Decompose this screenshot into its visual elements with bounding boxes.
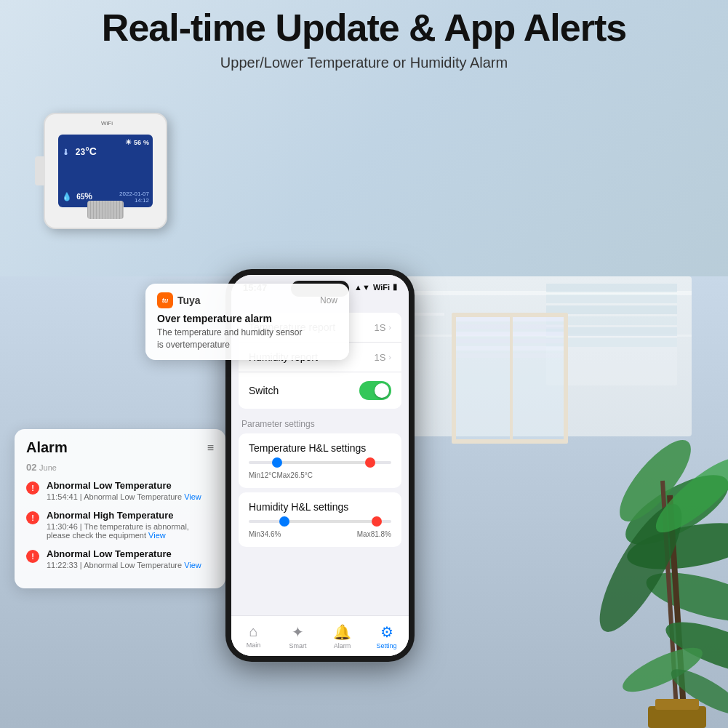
nav-smart[interactable]: ✦ Smart — [276, 623, 320, 649]
humidity-slider-labels: Min34.6% Max81.8% — [249, 530, 391, 538]
nav-alarm-label: Alarm — [334, 642, 351, 649]
notification-body: The temperature and humidity sensoris ov… — [157, 327, 337, 351]
switch-toggle[interactable] — [359, 381, 391, 400]
temp-settings-section: Temperature H&L settings Min12°CMax26.5°… — [239, 433, 401, 488]
svg-rect-12 — [655, 699, 699, 710]
humidity-report-value: 1S › — [374, 352, 391, 363]
notification-popup: tu Tuya Now Over temperature alarm The t… — [145, 284, 349, 360]
battery-icon: ▮ — [393, 282, 397, 292]
bottom-nav: ⌂ Main ✦ Smart 🔔 Alarm ⚙ Setting — [231, 615, 409, 656]
alarm-view-link[interactable]: View — [184, 492, 201, 501]
temp-min-label: Min12°CMax26.5°C — [249, 471, 313, 479]
switch-row[interactable]: Switch — [239, 372, 401, 409]
alarm-view-link[interactable]: View — [148, 531, 166, 540]
status-icons: ▲▼ WiFi ▮ — [354, 282, 397, 292]
param-settings-label: Parameter settings — [231, 409, 409, 433]
alarm-item: ! Abnormal High Temperature 11:30:46 | T… — [26, 510, 214, 540]
device-screen: 🌡 23°C 💧 65% ☀ 56% 2022-01- — [58, 135, 153, 207]
alarm-item-content: Abnormal Low Temperature 11:54:41 | Abno… — [47, 480, 201, 501]
sensor-device: WiFi 🌡 23°C 💧 65% — [44, 113, 167, 229]
alarm-icon: 🔔 — [333, 623, 351, 641]
header: Real-time Update & App Alerts Upper/Lowe… — [0, 7, 728, 71]
blind-slat — [546, 284, 677, 292]
tuya-logo-icon: tu — [157, 292, 173, 308]
wifi-icon: WiFi — [101, 120, 110, 126]
main-title: Real-time Update & App Alerts — [0, 7, 728, 49]
nav-alarm[interactable]: 🔔 Alarm — [320, 623, 364, 649]
temperature-report-value: 1S › — [374, 322, 391, 333]
nav-setting[interactable]: ⚙ Setting — [364, 623, 409, 649]
wifi-status-icon: WiFi — [373, 283, 390, 292]
temp-settings-title: Temperature H&L settings — [249, 442, 391, 454]
notification-app-name: Tuya — [177, 295, 201, 306]
nav-main-label: Main — [247, 641, 261, 649]
alarm-item-content: Abnormal Low Temperature 11:22:33 | Abno… — [47, 548, 201, 569]
sub-title: Upper/Lower Temperature or Humidity Alar… — [0, 55, 728, 71]
alarm-error-icon: ! — [26, 511, 39, 524]
alarm-item-detail: 11:22:33 | Abnormal Low Temperature View — [47, 561, 201, 569]
alarm-header: Alarm ≡ — [26, 439, 214, 456]
humidity-settings-section: Humidity H&L settings Min34.6% Max81.8% — [239, 492, 401, 547]
humidity-min-handle[interactable] — [279, 516, 289, 527]
blind-slat — [546, 295, 677, 303]
setting-icon: ⚙ — [380, 623, 393, 641]
alarm-filter-icon[interactable]: ≡ — [207, 441, 214, 455]
temp-max-handle[interactable] — [365, 457, 375, 468]
humidity-slider-fill — [284, 520, 377, 523]
notification-app: tu Tuya — [157, 292, 201, 308]
humidity-slider-track[interactable] — [249, 520, 391, 523]
chevron-right-icon: › — [388, 323, 391, 332]
alarm-item-detail: 11:30:46 | The temperature is abnormal,p… — [47, 522, 189, 540]
alarm-item: ! Abnormal Low Temperature 11:22:33 | Ab… — [26, 548, 214, 569]
device-body: WiFi 🌡 23°C 💧 65% — [44, 113, 167, 229]
plants-decoration — [401, 364, 728, 728]
chevron-right-icon: › — [388, 353, 391, 361]
humidity-report-val: 1S — [374, 352, 385, 363]
alarm-item-content: Abnormal High Temperature 11:30:46 | The… — [47, 510, 189, 540]
alarm-item-title: Abnormal High Temperature — [47, 510, 189, 521]
alarm-view-link[interactable]: View — [184, 561, 201, 569]
nav-main[interactable]: ⌂ Main — [231, 623, 276, 649]
temp-slider-track[interactable] — [249, 461, 391, 464]
nav-setting-label: Setting — [376, 642, 396, 649]
temp-min-handle[interactable] — [272, 457, 282, 468]
alarm-error-icon: ! — [26, 550, 39, 563]
temp-slider-fill — [277, 461, 369, 464]
signal-icon: ▲▼ — [354, 283, 370, 292]
home-icon: ⌂ — [249, 623, 257, 640]
nav-smart-label: Smart — [289, 642, 306, 649]
notification-title: Over temperature alarm — [157, 313, 337, 324]
alarm-panel: Alarm ≡ 02 June ! Abnormal Low Temperatu… — [15, 429, 225, 588]
smart-icon: ✦ — [292, 623, 304, 641]
switch-label: Switch — [249, 385, 279, 396]
notification-time: Now — [320, 295, 337, 305]
humidity-max-label: Max81.8% — [357, 530, 391, 538]
alarm-item-title: Abnormal Low Temperature — [47, 548, 201, 559]
device-mount — [35, 156, 45, 185]
toggle-knob — [375, 383, 389, 398]
alarm-date: 02 June — [26, 462, 214, 473]
device-speaker — [87, 201, 124, 219]
humidity-min-label: Min34.6% — [249, 530, 281, 538]
alarm-item-detail: 11:54:41 | Abnormal Low Temperature View — [47, 492, 201, 501]
alarm-title: Alarm — [26, 439, 68, 456]
alarm-error-icon: ! — [26, 481, 39, 495]
alarm-item: ! Abnormal Low Temperature 11:54:41 | Ab… — [26, 480, 214, 501]
temp-slider-labels: Min12°CMax26.5°C — [249, 471, 391, 479]
alarm-item-title: Abnormal Low Temperature — [47, 480, 201, 491]
screen-secondary-humidity: ☀ 56% — [125, 138, 149, 146]
screen-temperature: 🌡 23°C — [62, 138, 108, 159]
screen-date: 2022-01-07 14:12 — [119, 191, 149, 204]
temperature-report-val: 1S — [374, 322, 385, 333]
humidity-settings-title: Humidity H&L settings — [249, 501, 391, 513]
humidity-max-handle[interactable] — [372, 516, 382, 527]
